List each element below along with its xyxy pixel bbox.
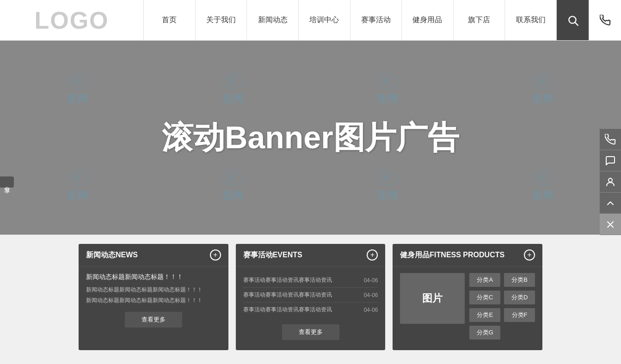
svg-text:竞: 竞 [537,77,546,86]
svg-text:竞: 竞 [382,77,391,86]
phone-button[interactable] [589,0,621,40]
svg-point-11 [533,74,553,89]
svg-point-7 [223,74,243,89]
svg-line-4 [575,22,578,25]
svg-text:竞: 竞 [537,174,546,183]
watermark-text-4: 竞网 [67,189,89,203]
svg-point-19 [533,171,553,186]
fitness-categories: 分类A分类B分类C分类D分类E分类F分类G [469,273,535,340]
watermark-text-1: 竞网 [222,92,244,106]
right-close-btn[interactable] [600,214,621,235]
news-main-title: 新闻动态标题新闻动态标题！！！ [86,273,221,281]
svg-text:竞: 竞 [382,174,391,183]
event-text-1: 赛事活动赛事活动资讯赛事活动资讯 [243,291,359,299]
nav-item-1[interactable]: 关于我们 [195,0,247,40]
watermark-cell-3: 竞 竞网 [466,41,621,138]
watermark-text-5: 竞网 [222,189,244,203]
watermark-cell-0: 竞 竞网 [0,41,155,138]
news-card-title: 新闻动态NEWS [86,250,138,260]
header: LOGO 首页关于我们新闻动态培训中心赛事活动健身用品旗下店联系我们 [0,0,621,41]
right-user-btn[interactable] [600,171,621,193]
logo-area: LOGO [0,6,143,34]
event-date-1: 04-06 [364,292,378,298]
right-up-btn[interactable] [600,193,621,214]
banner-title: 滚动Banner图片广告 [162,117,459,159]
svg-text:竞: 竞 [72,174,80,183]
svg-text:竞: 竞 [72,77,80,86]
fitness-image: 图片 [400,273,465,324]
right-message-btn[interactable] [600,150,621,171]
fitness-card-title: 健身用品FITNESS PRODUCTS [400,250,504,260]
events-card-header: 赛事活动EVENTS + [236,244,386,267]
logo: LOGO [34,6,109,34]
event-date-0: 04-06 [364,277,378,284]
events-card-title: 赛事活动EVENTS [243,250,302,260]
nav-item-0[interactable]: 首页 [143,0,195,40]
svg-point-5 [68,74,88,89]
event-text-0: 赛事活动赛事活动资讯赛事活动资讯 [243,276,359,284]
fitness-add-btn[interactable]: + [524,249,535,261]
svg-text:竞: 竞 [227,77,236,86]
news-sub-item-1: 新闻动态标题新闻动态标题新闻动态标题！！！ [86,286,221,294]
nav-item-4[interactable]: 赛事活动 [350,0,402,40]
svg-point-13 [68,171,88,186]
svg-point-9 [378,74,398,89]
news-add-btn[interactable]: + [210,249,221,261]
news-card-header: 新闻动态NEWS + [79,244,228,267]
event-item-1: 赛事活动赛事活动资讯赛事活动资讯 04-06 [243,288,378,303]
event-item-0: 赛事活动赛事活动资讯赛事活动资讯 04-06 [243,273,378,288]
news-card-body: 新闻动态标题新闻动态标题！！！ 新闻动态标题新闻动态标题新闻动态标题！！！ 新闻… [79,267,228,338]
news-card: 新闻动态NEWS + 新闻动态标题新闻动态标题！！！ 新闻动态标题新闻动态标题新… [79,244,228,350]
event-item-2: 赛事活动赛事活动资讯赛事活动资讯 04-06 [243,303,378,317]
cat-btn-0[interactable]: 分类A [469,273,500,287]
events-add-btn[interactable]: + [367,249,378,261]
nav-item-3[interactable]: 培训中心 [298,0,350,40]
watermark-cell-7: 竞 竞网 [466,138,621,235]
carousel-dots [0,359,621,364]
events-card-body: 赛事活动赛事活动资讯赛事活动资讯 04-06 赛事活动赛事活动资讯赛事活动资讯 … [236,267,386,350]
watermark-text-0: 竞网 [67,92,89,106]
side-share[interactable]: 分享 [0,176,14,188]
event-date-2: 04-06 [364,307,378,313]
header-icon-group [556,0,621,40]
content-section: 新闻动态NEWS + 新闻动态标题新闻动态标题！！！ 新闻动态标题新闻动态标题新… [0,235,621,359]
svg-point-17 [378,171,398,186]
cat-btn-1[interactable]: 分类B [504,273,535,287]
watermark-cell-4: 竞 竞网 [0,138,155,235]
news-view-more-btn[interactable]: 查看更多 [125,312,182,328]
watermark-text-6: 竞网 [377,189,399,203]
svg-point-15 [223,171,243,186]
cat-btn-5[interactable]: 分类F [504,308,535,322]
cat-btn-3[interactable]: 分类D [504,291,535,304]
svg-text:竞: 竞 [227,174,236,183]
fitness-card: 健身用品FITNESS PRODUCTS + 图片 分类A分类B分类C分类D分类… [393,244,542,350]
fitness-card-header: 健身用品FITNESS PRODUCTS + [393,244,542,267]
events-card: 赛事活动EVENTS + 赛事活动赛事活动资讯赛事活动资讯 04-06 赛事活动… [236,244,386,350]
cat-btn-4[interactable]: 分类E [469,308,500,322]
watermark-text-7: 竞网 [532,189,554,203]
news-sub-item-2: 新闻动态标题新闻动态标题新闻动态标题！！！ [86,297,221,304]
svg-point-0 [609,178,612,182]
right-float-panel [600,129,621,235]
events-view-more-btn[interactable]: 查看更多 [282,324,339,340]
cat-btn-6[interactable]: 分类G [469,326,500,340]
nav-item-7[interactable]: 联系我们 [504,0,556,40]
nav-item-5[interactable]: 健身用品 [401,0,453,40]
nav-item-6[interactable]: 旗下店 [453,0,505,40]
nav-item-2[interactable]: 新闻动态 [246,0,298,40]
fitness-body: 图片 分类A分类B分类C分类D分类E分类F分类G [393,267,542,346]
cat-btn-2[interactable]: 分类C [469,291,500,304]
fitness-img-label: 图片 [422,291,443,305]
banner: 竞 竞网 竞 竞网 竞 竞网 竞 竞网 竞 竞网 竞 竞网 [0,41,621,235]
event-text-2: 赛事活动赛事活动资讯赛事活动资讯 [243,306,359,314]
main-nav: 首页关于我们新闻动态培训中心赛事活动健身用品旗下店联系我们 [143,0,556,40]
watermark-text-2: 竞网 [377,92,399,106]
watermark-text-3: 竞网 [532,92,554,106]
search-button[interactable] [556,0,589,40]
right-phone-btn[interactable] [600,129,621,150]
